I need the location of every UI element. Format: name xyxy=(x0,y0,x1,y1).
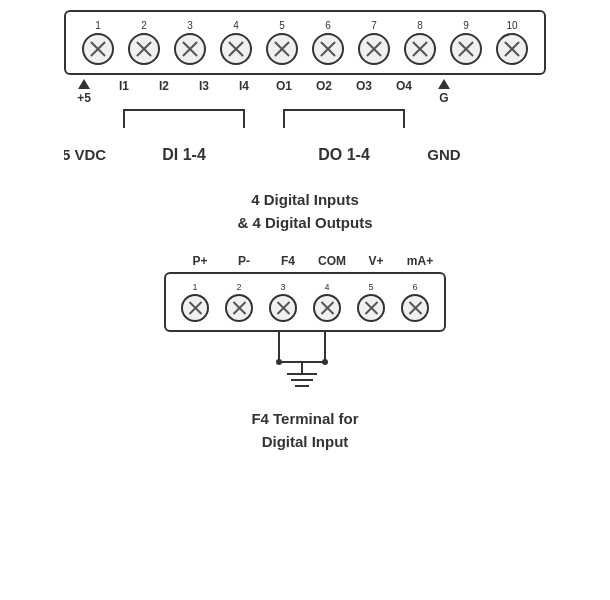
bottom-label-maplus: mA+ xyxy=(401,254,439,268)
terminal-5: 5 xyxy=(262,20,302,65)
top-labels-area: +5 I1I2I3I4O1O2O3O4 G DI 1-4DO 1-45 VDCG… xyxy=(64,75,546,179)
svg-point-7 xyxy=(276,359,282,365)
small-screw-1 xyxy=(181,294,209,322)
screw-10 xyxy=(496,33,528,65)
bottom-labels-row: P+P-F4COMV+mA+ xyxy=(171,254,439,268)
bottom-terminal-5: 5 xyxy=(352,282,390,322)
screw-4 xyxy=(220,33,252,65)
top-label-O3: O3 xyxy=(344,79,384,93)
screw-9 xyxy=(450,33,482,65)
top-label-O4: O4 xyxy=(384,79,424,93)
screw-8 xyxy=(404,33,436,65)
top-label-I2: I2 xyxy=(144,79,184,93)
svg-text:GND: GND xyxy=(427,146,461,163)
screw-7 xyxy=(358,33,390,65)
svg-point-8 xyxy=(322,359,328,365)
small-screw-6 xyxy=(401,294,429,322)
bottom-terminal-4: 4 xyxy=(308,282,346,322)
bottom-terminal-6: 6 xyxy=(396,282,434,322)
svg-text:DI 1-4: DI 1-4 xyxy=(162,146,206,163)
bottom-label-pminus: P- xyxy=(225,254,263,268)
terminal-1: 1 xyxy=(78,20,118,65)
small-screw-2 xyxy=(225,294,253,322)
bottom-terminal-3: 3 xyxy=(264,282,302,322)
terminal-3: 3 xyxy=(170,20,210,65)
top-description: 4 Digital Inputs & 4 Digital Outputs xyxy=(238,189,373,234)
wire-ground-area xyxy=(225,332,385,396)
bottom-label-com: COM xyxy=(313,254,351,268)
terminal-7: 7 xyxy=(354,20,394,65)
bottom-label-f4: F4 xyxy=(269,254,307,268)
bottom-label-vplus: V+ xyxy=(357,254,395,268)
svg-text:DO 1-4: DO 1-4 xyxy=(318,146,370,163)
terminal-8: 8 xyxy=(400,20,440,65)
top-label-I4: I4 xyxy=(224,79,264,93)
braces-svg: DI 1-4DO 1-45 VDCGND xyxy=(64,105,546,175)
top-label-+5: +5 xyxy=(64,79,104,105)
screw-5 xyxy=(266,33,298,65)
bottom-terminal-1: 1 xyxy=(176,282,214,322)
small-screw-5 xyxy=(357,294,385,322)
top-section: 1 2 3 4 5 6 7 8 9 10 xyxy=(0,10,610,234)
terminal-6: 6 xyxy=(308,20,348,65)
top-label-O1: O1 xyxy=(264,79,304,93)
bottom-label-pplus: P+ xyxy=(181,254,219,268)
small-screw-3 xyxy=(269,294,297,322)
terminal-2: 2 xyxy=(124,20,164,65)
top-connector: 1 2 3 4 5 6 7 8 9 10 xyxy=(64,10,546,75)
arrow-up-+5 xyxy=(78,79,90,89)
screw-1 xyxy=(82,33,114,65)
small-screw-4 xyxy=(313,294,341,322)
svg-text:5 VDC: 5 VDC xyxy=(64,146,106,163)
screw-6 xyxy=(312,33,344,65)
bottom-terminal-2: 2 xyxy=(220,282,258,322)
screw-2 xyxy=(128,33,160,65)
bottom-section: P+P-F4COMV+mA+ 1 2 3 4 5 6 xyxy=(0,254,610,453)
terminal-4: 4 xyxy=(216,20,256,65)
terminal-10: 10 xyxy=(492,20,532,65)
top-label-O2: O2 xyxy=(304,79,344,93)
top-label-I3: I3 xyxy=(184,79,224,93)
top-label-G: G xyxy=(424,79,464,105)
terminal-9: 9 xyxy=(446,20,486,65)
top-label-I1: I1 xyxy=(104,79,144,93)
arrow-up-G xyxy=(438,79,450,89)
bottom-description: F4 Terminal for Digital Input xyxy=(251,408,358,453)
screw-3 xyxy=(174,33,206,65)
bottom-connector: 1 2 3 4 5 6 xyxy=(164,272,446,332)
